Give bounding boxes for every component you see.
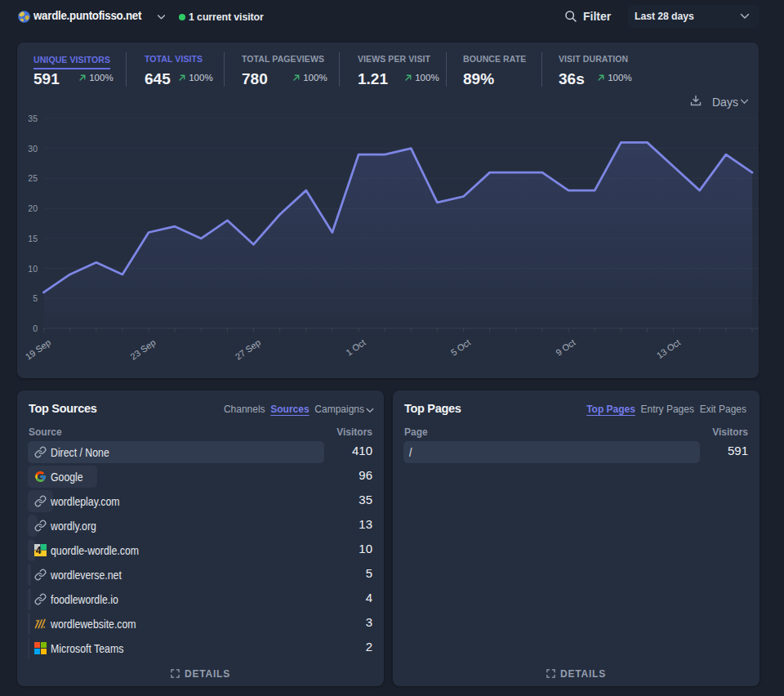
svg-text:4: 4: [35, 545, 41, 556]
